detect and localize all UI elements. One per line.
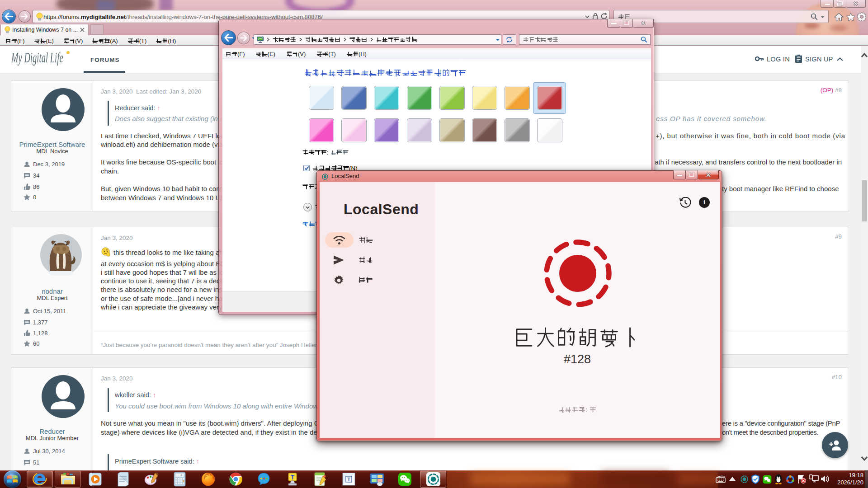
- svg-text:T: T: [347, 477, 350, 482]
- svg-text:0: 0: [180, 474, 182, 477]
- svg-text:T: T: [291, 474, 295, 481]
